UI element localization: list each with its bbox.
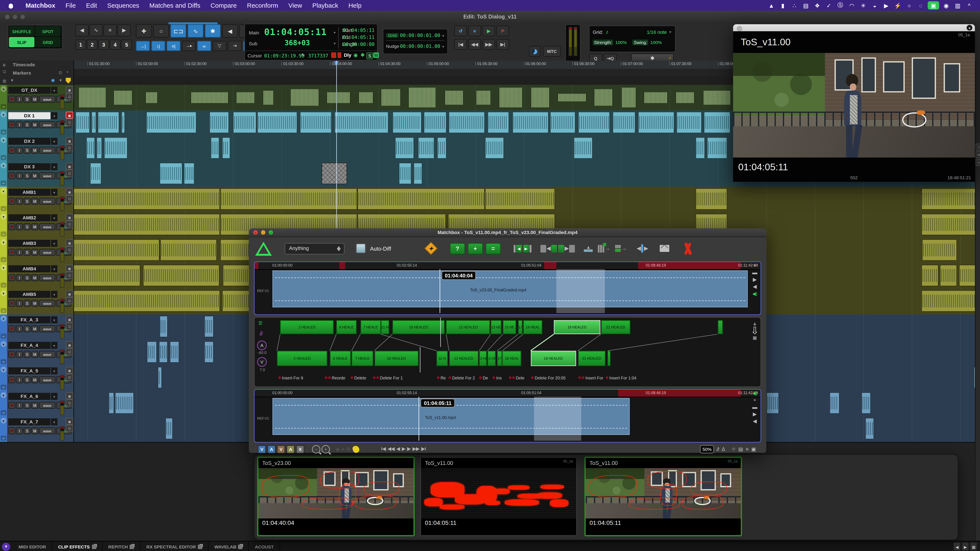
edit-marker[interactable]: ◆◆Delete For 1 — [372, 375, 403, 380]
record-enable-button[interactable] — [8, 147, 15, 154]
start-value[interactable]: 01:04:05:11 — [343, 27, 374, 33]
edit-marker[interactable]: ◆◆Reorde — [324, 375, 345, 380]
clip-fx-icon[interactable] — [337, 52, 341, 58]
audio-clip[interactable] — [75, 111, 89, 133]
track-list-icon[interactable]: ▥ — [3, 78, 6, 83]
audio-clip[interactable] — [437, 137, 447, 159]
goto-next-cut-button[interactable]: ▶ — [523, 245, 531, 252]
filmstrip-icon[interactable]: ▤ — [738, 446, 743, 452]
audio-partial-icon[interactable]: ∂ — [717, 446, 719, 452]
healed-clip[interactable]: 7 HEALE — [352, 351, 373, 366]
layer-button-x4[interactable]: X — [296, 445, 304, 453]
battery-icon[interactable]: ⚡ — [893, 1, 902, 10]
track-output-icon[interactable]: ▣ — [66, 367, 73, 374]
audio-clip[interactable] — [159, 316, 168, 337]
edit-marker[interactable]: ◆Delete For 2 — [448, 375, 475, 380]
group-icon[interactable]: ∞ — [1, 206, 6, 211]
input-monitor-button[interactable]: I — [16, 96, 23, 103]
input-monitor-button[interactable]: I — [16, 249, 23, 256]
mute-button[interactable]: M — [31, 172, 38, 179]
track-comments-icon[interactable]: 🗨 — [66, 170, 73, 177]
smart-tool-bar[interactable] — [169, 22, 218, 24]
grid-value[interactable]: 00:00:00:01.00 — [400, 33, 440, 38]
tab-midi-editor[interactable]: MIDI EDITOR — [13, 541, 52, 551]
menu-icon[interactable]: ☰ — [258, 321, 262, 326]
track-header[interactable]: ▼AMB1▼ISMwaveread▣🗨∞ — [0, 187, 74, 213]
healed-clip[interactable]: 21 HEALED — [601, 320, 630, 334]
healed-clip[interactable] — [718, 320, 723, 334]
settings-gear-icon[interactable]: ✱ — [732, 446, 736, 452]
track-output-icon[interactable]: ▣ — [66, 316, 73, 323]
audio-clip[interactable] — [676, 111, 702, 133]
stop-button[interactable]: ■ — [468, 25, 481, 37]
track-comments-icon[interactable]: 🗨 — [66, 195, 73, 202]
view-selector-button[interactable]: wave — [39, 121, 56, 128]
audio-clip[interactable] — [829, 392, 839, 414]
audio-clip[interactable] — [921, 265, 938, 286]
mute-button[interactable]: M — [31, 325, 38, 332]
healed-clip[interactable]: 12 HEALED — [449, 351, 478, 366]
snap-icon[interactable]: ✱ — [361, 52, 365, 58]
zoom-preset-3[interactable]: 3 — [98, 40, 109, 50]
audio-clip[interactable] — [159, 163, 182, 184]
audio-clip[interactable] — [233, 111, 256, 133]
track-name-dropdown-icon[interactable]: ▼ — [51, 265, 57, 272]
input-monitor-button[interactable]: I — [16, 376, 23, 383]
go-start-button[interactable]: |◀ — [454, 39, 467, 50]
zoom-preset-1[interactable]: 1 — [75, 40, 86, 50]
mute-button[interactable]: M — [31, 402, 38, 409]
group-icon[interactable]: ∞ — [1, 181, 6, 186]
mute-button[interactable]: M — [31, 300, 38, 307]
collapse-icon[interactable]: ▼ — [1, 188, 6, 194]
healed-clip[interactable]: 15 HE — [503, 320, 516, 334]
record-enable-button[interactable] — [8, 300, 15, 307]
edit-marker[interactable]: ◆◆Dele — [508, 375, 524, 380]
opt-marker-follow[interactable]: ▽ — [212, 41, 226, 51]
scroll-grid-icon[interactable]: ▦ — [970, 542, 977, 551]
solo-badge[interactable]: S — [366, 52, 373, 59]
track-output-icon[interactable]: ▣ — [66, 239, 73, 246]
audio-clip[interactable] — [578, 111, 610, 133]
zoom-in-icon[interactable]: + — [753, 398, 756, 403]
filter-dropdown[interactable]: Anything — [285, 243, 345, 254]
audio-clip[interactable] — [104, 137, 128, 159]
track-name[interactable]: FX_A_4 — [8, 342, 50, 349]
track-header[interactable]: ▼DX 3▼ISMwaveread▣🗨∞ — [0, 161, 74, 187]
group-icon[interactable]: ∞ — [1, 232, 6, 237]
view-selector-button[interactable]: wave — [39, 198, 56, 205]
mute-button[interactable]: M — [31, 427, 38, 434]
track-list-dropdown-icon[interactable]: ▼ — [10, 78, 14, 82]
audio-clip[interactable] — [146, 111, 197, 133]
zoom-in-icon[interactable]: + — [321, 445, 330, 453]
audio-clip[interactable] — [158, 367, 162, 388]
view-selector-button[interactable]: wave — [39, 402, 56, 409]
matchbox-top-ruler[interactable]: 01:00:00:0001:02:55:1401:05:51:0401:08:4… — [255, 262, 760, 270]
commit-up-icon[interactable]: ▲ — [584, 245, 593, 252]
healed-clip[interactable]: 13 HE — [491, 320, 501, 334]
audio-clip[interactable] — [204, 341, 214, 363]
tab-rx-spectral-editor[interactable]: RX SPECTRAL EDITOR — [141, 541, 208, 551]
record-circle-icon[interactable]: ◉ — [942, 1, 951, 10]
audio-clip[interactable] — [449, 111, 485, 133]
autodiff-checkbox[interactable] — [356, 244, 366, 253]
go-first-button[interactable]: I◀ — [381, 446, 386, 451]
audio-clip[interactable] — [121, 111, 125, 133]
loop-playback-button[interactable]: ↺ — [454, 25, 467, 37]
zoom-percent[interactable]: 50% — [700, 445, 714, 453]
input-monitor-button[interactable]: I — [16, 172, 23, 179]
solo-button[interactable]: S — [24, 223, 30, 230]
input-monitor-button[interactable]: I — [16, 274, 23, 281]
audio-clip[interactable] — [574, 137, 593, 159]
track-height-icon[interactable]: 1 — [975, 143, 980, 151]
track-header[interactable]: ▼AMB2▼ISMwaveread▣🗨∞ — [0, 212, 74, 238]
collapse-icon[interactable]: ▼ — [1, 316, 6, 321]
healed-clip[interactable]: 19 HEALED — [554, 320, 600, 334]
track-header[interactable]: ▼AMB4▼ISMwaveread▣🗨∞ — [0, 264, 74, 289]
top-sequence-lane[interactable]: ToS_v23.00_FinalGraded.mp401:04:40:04 — [272, 269, 748, 313]
audio-clip[interactable] — [921, 290, 980, 312]
mtc-button[interactable]: MTC — [543, 46, 561, 57]
marker-flag-icon[interactable] — [66, 78, 71, 84]
collapse-icon[interactable]: ▼ — [1, 239, 6, 245]
strength-label[interactable]: Strength: — [593, 40, 613, 45]
hand-tool-icon[interactable] — [352, 445, 360, 453]
